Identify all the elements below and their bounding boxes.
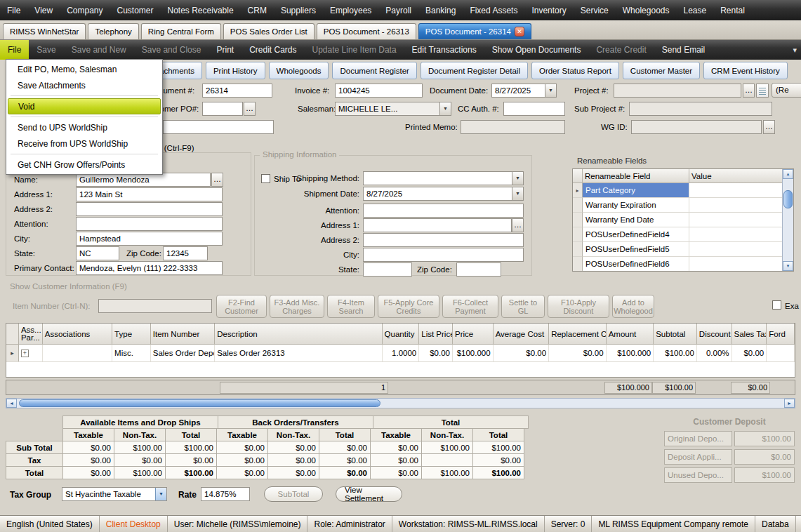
replacement-cost-cell[interactable]: $0.00 xyxy=(549,345,606,361)
tab-telephony[interactable]: Telephony xyxy=(88,23,138,39)
renameable-value-cell[interactable] xyxy=(689,198,783,213)
grid-col-description[interactable]: Description xyxy=(215,324,382,345)
shipping-attention-field[interactable] xyxy=(363,204,524,218)
shipping-state-field[interactable] xyxy=(363,262,412,277)
dropdown-arrow-icon[interactable]: ▼ xyxy=(545,84,556,97)
renameable-value-column-header[interactable]: Value xyxy=(689,169,783,183)
settle-to-gl-button[interactable]: Settle to GL xyxy=(501,295,545,318)
grid-col-assoc-short[interactable]: Ass... Par... xyxy=(19,324,43,345)
wholegoods-button[interactable]: Wholegoods xyxy=(269,62,329,79)
toolbar-update-line-item-data-button[interactable]: Update Line Item Data xyxy=(305,40,404,60)
renameable-scrollbar[interactable]: ▲ ▼ xyxy=(782,169,793,271)
menu-company[interactable]: Company xyxy=(60,0,110,20)
customer-master-button[interactable]: Customer Master xyxy=(623,62,700,79)
menu-item-save-attachments[interactable]: Save Attachments xyxy=(8,77,161,93)
memo-field[interactable] xyxy=(163,120,274,134)
menu-item-receive-from-ups-worldship[interactable]: Receive from UPS WorldShip xyxy=(8,135,161,152)
grid-col-list-price[interactable]: List Price xyxy=(419,324,453,345)
expand-row-cell[interactable]: + xyxy=(19,345,43,361)
tab-pos-document-26314[interactable]: POS Document - 26314 ✕ xyxy=(418,23,531,39)
tab-pos-document-26313[interactable]: POS Document - 26313 xyxy=(317,23,416,39)
tax-group-select[interactable]: St Hyacinthe Taxable ▼ xyxy=(62,487,167,501)
customer-name-field[interactable]: Guillermo Mendoza xyxy=(76,173,211,187)
renameable-row-udf6[interactable]: POSUserDefinedField6 xyxy=(573,257,793,272)
shipping-address2-field[interactable] xyxy=(363,233,524,247)
renameable-value-cell[interactable] xyxy=(689,242,783,257)
customer-primary-contact-field[interactable]: Mendoza, Evelyn (111) 222-3333 xyxy=(76,261,223,275)
average-cost-cell[interactable]: $0.00 xyxy=(494,345,550,361)
toolbar-save-button[interactable]: Save xyxy=(29,40,63,60)
grid-data-row[interactable]: ▸ + Misc. Sales Order Deposit Sales Orde… xyxy=(6,345,795,362)
menu-item-void[interactable]: Void xyxy=(8,98,161,114)
toolbar-send-email-button[interactable]: Send Email xyxy=(654,40,713,60)
view-settlement-button[interactable]: View Settlement xyxy=(336,486,402,502)
grid-col-subtotal[interactable]: Subtotal xyxy=(654,324,697,345)
menu-view[interactable]: View xyxy=(27,0,60,20)
renameable-row-udf5[interactable]: POSUserDefinedField5 xyxy=(573,242,793,257)
tab-ring-central-form[interactable]: Ring Central Form xyxy=(141,23,221,39)
menu-service[interactable]: Service xyxy=(574,0,616,20)
description-cell[interactable]: Sales Order 26313 xyxy=(215,345,382,361)
customer-state-field[interactable]: NC xyxy=(76,246,119,260)
renameable-value-cell[interactable] xyxy=(689,227,783,242)
grid-col-replacement-cost[interactable]: Replacement Cost xyxy=(549,324,606,345)
menu-item-edit-po-memo-salesman[interactable]: Edit PO, Memo, Salesman xyxy=(8,61,161,77)
renameable-field-cell[interactable]: Warranty Expiration xyxy=(583,198,689,213)
grid-col-quantity[interactable]: Quantity xyxy=(383,324,420,345)
shipment-date-field[interactable]: 8/27/2025 ▼ xyxy=(363,187,524,201)
menu-item-get-cnh-grow-offers-points[interactable]: Get CNH Grow Offers/Points xyxy=(8,157,161,173)
rate-field[interactable]: 14.875% xyxy=(201,487,250,501)
customer-po-field[interactable] xyxy=(202,102,243,116)
renameable-row-warranty-expiration[interactable]: Warranty Expiration xyxy=(573,198,793,213)
status-client-desktop[interactable]: Client Desktop xyxy=(100,516,168,532)
shipping-address1-lookup-button[interactable]: … xyxy=(512,218,524,232)
salesman-field[interactable]: MICHELLE LE... ▼ xyxy=(335,102,451,116)
toolbar-save-and-close-button[interactable]: Save and Close xyxy=(134,40,209,60)
menu-file[interactable]: File xyxy=(0,0,27,20)
tab-pos-sales-order-list[interactable]: POS Sales Order List xyxy=(223,23,315,39)
item-number-cell[interactable]: Sales Order Deposit xyxy=(151,345,215,361)
renameable-field-cell[interactable]: POSUserDefinedField5 xyxy=(583,242,689,257)
toolbar-overflow-icon[interactable]: ▾ xyxy=(793,40,797,60)
document-number-field[interactable]: 26314 xyxy=(202,84,272,98)
toolbar-file-button[interactable]: File xyxy=(0,40,29,60)
grid-col-sales-tax[interactable]: Sales Tax xyxy=(732,324,767,345)
document-date-field[interactable]: 8/27/2025 ▼ xyxy=(491,84,557,98)
menu-item-send-to-ups-worldship[interactable]: Send to UPS WorldShip xyxy=(8,119,161,135)
cc-auth-field[interactable] xyxy=(503,102,565,116)
expand-row-icon[interactable]: + xyxy=(21,350,29,357)
menu-payroll[interactable]: Payroll xyxy=(378,0,418,20)
customer-city-field[interactable]: Hampstead xyxy=(76,232,223,246)
re-button-cutoff[interactable]: (Re xyxy=(772,83,801,98)
menu-customer[interactable]: Customer xyxy=(110,0,161,20)
renameable-field-cell[interactable]: Warranty End Date xyxy=(583,213,689,227)
associations-cell[interactable] xyxy=(43,345,112,361)
invoice-number-field[interactable]: 1004245 xyxy=(335,84,423,98)
wg-id-lookup-button[interactable]: … xyxy=(763,120,775,134)
list-price-cell[interactable]: $0.00 xyxy=(419,345,453,361)
f10-apply-discount-button[interactable]: F10-Apply Discount xyxy=(548,295,609,318)
sales-tax-cell[interactable]: $0.00 xyxy=(732,345,767,361)
customer-po-lookup-button[interactable]: … xyxy=(244,102,256,116)
menu-wholegoods[interactable]: Wholegoods xyxy=(616,0,677,20)
show-customer-information-label[interactable]: Show Customer Information (F9) xyxy=(10,279,127,293)
shipping-address1-field[interactable] xyxy=(363,218,512,232)
menu-fixed-assets[interactable]: Fixed Assets xyxy=(463,0,524,20)
renameable-field-cell[interactable]: POSUserDefinedField4 xyxy=(583,227,689,242)
grid-col-discount[interactable]: Discount xyxy=(697,324,732,345)
close-tab-icon[interactable]: ✕ xyxy=(515,27,524,36)
customer-attention-field[interactable] xyxy=(76,217,223,231)
renameable-field-cell[interactable]: Part Category xyxy=(583,183,689,198)
exact-checkbox[interactable] xyxy=(772,300,781,310)
renameable-value-cell[interactable] xyxy=(689,257,783,272)
grid-col-average-cost[interactable]: Average Cost xyxy=(494,324,550,345)
toolbar-edit-transactions-button[interactable]: Edit Transactions xyxy=(404,40,484,60)
print-history-button[interactable]: Print History xyxy=(206,62,265,79)
renameable-row-warranty-end-date[interactable]: Warranty End Date xyxy=(573,213,793,227)
type-cell[interactable]: Misc. xyxy=(112,345,151,361)
f3-add-misc-charges-button[interactable]: F3-Add Misc. Charges xyxy=(270,295,324,318)
amount-cell[interactable]: $100.000 xyxy=(607,345,654,361)
horizontal-scrollbar[interactable]: ◄ ► xyxy=(6,398,795,408)
toolbar-create-credit-button[interactable]: Create Credit xyxy=(588,40,654,60)
order-status-report-button[interactable]: Order Status Report xyxy=(531,62,619,79)
